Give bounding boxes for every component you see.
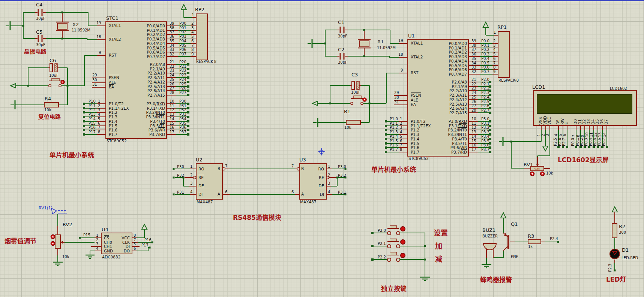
rp1-pin1-number: 1 xyxy=(494,30,496,34)
pin-name: P2.6/A14 xyxy=(113,88,165,93)
rp-pin-number: 4 xyxy=(191,30,194,34)
cap-c3-plate[interactable] xyxy=(352,81,354,90)
net-label: P20 xyxy=(179,60,186,64)
pin-number: 19 xyxy=(398,39,403,43)
net-label: P3.6 xyxy=(481,143,489,147)
net-label: P04 xyxy=(179,39,186,43)
key-dec-label: 减 xyxy=(435,255,442,263)
pin-number: 31 xyxy=(394,100,399,104)
pin-name: P2.1/A9 xyxy=(414,84,467,89)
c1-ref: C1 xyxy=(338,20,344,25)
button-cap[interactable] xyxy=(390,239,397,242)
pin-name: P2.2/A10 xyxy=(113,71,165,75)
net-label: P0.4 xyxy=(481,57,489,61)
net-label: P11 xyxy=(89,104,96,108)
voltage-probe-icon[interactable] xyxy=(51,208,67,214)
cap-c6-plate[interactable] xyxy=(50,64,53,72)
pin-number: 38 xyxy=(471,43,476,48)
pin-name: P1.1/T2EX xyxy=(411,124,448,128)
stc1-ref: STC1 xyxy=(106,16,119,21)
buzzer-symbol[interactable] xyxy=(483,243,496,250)
pin-number: 12 xyxy=(170,108,174,112)
rv2-body[interactable] xyxy=(55,235,60,248)
pin-number: 5 xyxy=(98,117,100,121)
u4-part: ADC0832 xyxy=(102,255,120,260)
pin-stub xyxy=(580,125,581,130)
reset-button-cap[interactable] xyxy=(354,96,361,99)
net-label-p23: P2.3 xyxy=(608,261,612,272)
button-knob[interactable] xyxy=(400,253,405,258)
pin-number: 13 xyxy=(471,130,476,134)
u3-ref: U3 xyxy=(299,157,306,163)
pin-name: RS xyxy=(556,112,560,125)
c1-value: 30pF xyxy=(338,34,347,38)
pin-name: DI xyxy=(198,192,213,197)
r1-body[interactable] xyxy=(346,120,360,125)
wire xyxy=(374,259,387,260)
transistor-base-bar[interactable] xyxy=(507,235,509,249)
net-label: P1.2 xyxy=(390,125,398,130)
reset-button-cap[interactable] xyxy=(52,78,59,81)
button-cap[interactable] xyxy=(390,225,397,228)
pin-name: P2.0/A8 xyxy=(113,62,165,67)
net-label: P35 xyxy=(179,121,186,125)
mcu-right-title: 单片机最小系统 xyxy=(371,166,416,173)
rp1-body[interactable] xyxy=(498,31,509,78)
rv1-value: 10k xyxy=(546,171,553,175)
crystal-x2-body[interactable] xyxy=(57,23,67,29)
lcd-section-label: LCD1602显示屏 xyxy=(558,157,609,164)
pin-number: 4 xyxy=(400,130,402,134)
pin-name: DE xyxy=(198,184,213,188)
net-label: P24 xyxy=(179,78,186,82)
net-label: P2.6 xyxy=(558,133,562,146)
r2-body[interactable] xyxy=(612,224,617,238)
schematic-graphics xyxy=(0,0,644,297)
pin-name: VCC xyxy=(111,236,130,240)
pin-name: P1.4 xyxy=(411,137,448,141)
pin-number: 23 xyxy=(170,69,174,73)
pin-number: 15 xyxy=(471,139,476,143)
pin-name: P2.0/A8 xyxy=(414,80,467,84)
button-knob[interactable] xyxy=(400,226,405,231)
pin-number: 31 xyxy=(92,82,97,87)
net-label: P2.1 xyxy=(481,82,489,86)
cap-c3-plate-hatched[interactable] xyxy=(357,81,359,90)
wire xyxy=(85,134,97,135)
pin-number: 25 xyxy=(170,78,174,82)
probe-label[interactable]: RV1(1) xyxy=(39,206,53,210)
pin-name: P2.5/A13 xyxy=(113,84,165,89)
c6-value: 10uF xyxy=(49,73,59,78)
r4-body[interactable] xyxy=(44,103,59,107)
pin-name: E xyxy=(564,112,569,125)
u1-ref: U1 xyxy=(408,33,415,39)
crystal-section-label: 晶振电路 xyxy=(24,49,47,55)
pin-stub xyxy=(167,95,176,96)
terminal xyxy=(187,68,189,70)
rp2-body[interactable] xyxy=(196,14,207,60)
pin-stub xyxy=(541,125,542,130)
net-label: P1.6 xyxy=(390,143,398,147)
rp-pin-number: 2 xyxy=(493,39,495,43)
net-label: P0.2 xyxy=(481,48,489,52)
pin-number: 16 xyxy=(471,143,476,147)
net-label-p15: P15 xyxy=(83,233,90,237)
net-label: P10 xyxy=(89,99,96,103)
key-inc-label: 加 xyxy=(435,242,442,250)
led-body[interactable] xyxy=(610,249,620,259)
button-cap[interactable] xyxy=(390,252,397,255)
r4-ref: R4 xyxy=(45,96,51,101)
cap-c6-plate-hatched[interactable] xyxy=(55,64,57,72)
net-label: P30 xyxy=(179,99,186,103)
q1-ref: Q1 xyxy=(511,222,518,227)
pin-number: 1 xyxy=(400,117,402,121)
crystal-x1-body[interactable] xyxy=(359,41,369,47)
lcd1-part: LCD1602 xyxy=(610,87,627,91)
pin-name: P0.1/AD1 xyxy=(113,28,165,33)
x1-value: 11.0592M xyxy=(377,46,396,50)
net-label: P03 xyxy=(179,34,186,39)
net-label: P36 xyxy=(179,125,186,130)
pin-name: P2.3/A11 xyxy=(414,93,467,97)
net-label-p24: P2.4 xyxy=(550,237,558,241)
r3-body[interactable] xyxy=(528,240,541,244)
net-label: P2.1 xyxy=(378,242,386,246)
